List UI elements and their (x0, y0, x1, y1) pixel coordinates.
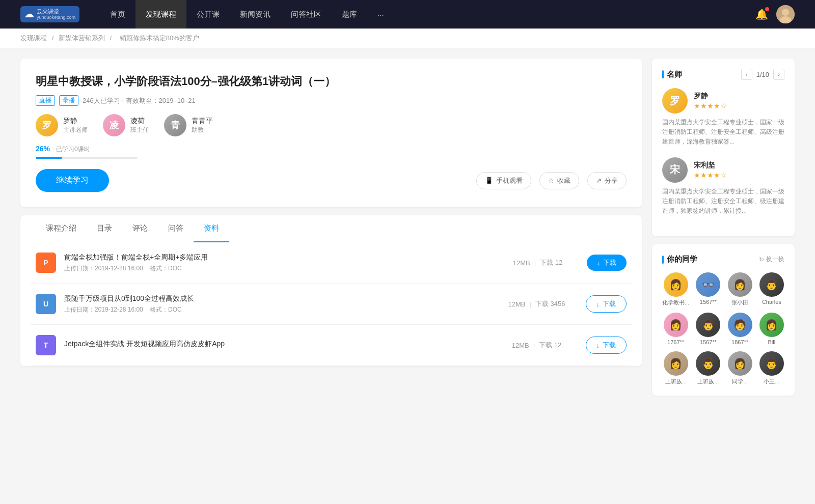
resource-date-2: 上传日期：2019-12-28 16:00 (64, 306, 143, 313)
resource-size-3: 12MB (512, 342, 529, 349)
instructor-3-avatar: 青 (164, 114, 186, 136)
tab-toc[interactable]: 目录 (87, 215, 122, 242)
instructor-2-name: 凌荷 (130, 117, 149, 126)
tab-qa[interactable]: 问答 (158, 215, 194, 242)
progress-bar-fill (36, 157, 62, 159)
classmate-avatar-10: 👨 (696, 351, 720, 376)
teacher-header-1: 罗 罗静 ★★★★☆ (662, 88, 784, 114)
resource-downloads-3: 下载 12 (539, 341, 561, 350)
progress-pct: 26% (36, 145, 50, 153)
nav-discover[interactable]: 发现课程 (135, 0, 186, 29)
teacher-header-2: 宋 宋利坚 ★★★★☆ (662, 157, 784, 183)
share-icon: ↗ (596, 177, 602, 184)
classmate-12: 👨 小王... (759, 351, 784, 385)
refresh-icon: ↻ (759, 256, 764, 263)
breadcrumb-series[interactable]: 新媒体营销系列 (59, 34, 105, 42)
nav-qa[interactable]: 问答社区 (281, 0, 332, 29)
classmates-panel: 你的同学 ↻ 换一换 👩 化学教书... 👓 1567** 👩 (652, 244, 795, 396)
instructor-2-role: 班主任 (130, 126, 149, 134)
teacher-avatar-1: 罗 (662, 88, 688, 114)
resource-title-2: 跟随千万级项目从0到100全过程高效成长 (64, 294, 488, 303)
resource-downloads-1: 下载 12 (540, 258, 562, 267)
resource-icon-t: T (36, 335, 56, 355)
nav-items: 首页 发现课程 公开课 新闻资讯 问答社区 题库 ··· (100, 0, 755, 29)
nav-home[interactable]: 首页 (100, 0, 135, 29)
bell-icon[interactable]: 🔔 (755, 8, 768, 20)
resource-format-2: 格式：DOC (150, 306, 182, 313)
classmate-avatar-5: 👩 (664, 313, 688, 337)
download-button-1[interactable]: ↓ 下载 (587, 255, 627, 271)
tag-live: 直播 (36, 95, 55, 106)
main-content: 明星中教授课，小学阶段语法100分–强化级第1讲动词（一） 直播 录播 246人… (0, 48, 815, 406)
classmate-avatar-4: 👨 (759, 272, 784, 297)
tab-intro[interactable]: 课程介绍 (36, 215, 87, 242)
classmate-avatar-2: 👓 (696, 272, 720, 297)
svg-point-1 (782, 9, 789, 16)
classmate-5: 👩 1767** (662, 313, 689, 345)
resources-list: P 前端全栈加强版！前端全栈+全周期+多端应用 上传日期：2019-12-28 … (20, 242, 642, 366)
download-button-2[interactable]: ↓ 下载 (586, 295, 627, 313)
progress-bar-bg (36, 157, 138, 159)
course-title: 明星中教授课，小学阶段语法100分–强化级第1讲动词（一） (36, 74, 627, 89)
teachers-panel-nav: ‹ 1/10 › (741, 69, 784, 80)
classmate-name-6: 1567** (700, 339, 717, 345)
tabs-card: 课程介绍 目录 评论 问答 资料 P 前端全栈加强版！前端全栈+全周期+多端应用… (20, 215, 642, 366)
phone-view-button[interactable]: 📱 手机观看 (476, 172, 531, 189)
logo[interactable]: ☁ 云朵课堂 yunduoketang.com (20, 6, 79, 22)
classmate-name-4: Charles (762, 299, 781, 305)
logo-sub: yunduoketang.com (37, 15, 75, 20)
classmate-name-7: 1867** (731, 339, 748, 345)
nav-news[interactable]: 新闻资讯 (230, 0, 281, 29)
notification-dot (765, 7, 769, 11)
breadcrumb-discover[interactable]: 发现课程 (20, 34, 47, 42)
classmate-name-2: 1567** (700, 299, 717, 305)
nav-quiz[interactable]: 题库 (332, 0, 367, 29)
breadcrumb-sep2: / (110, 34, 113, 42)
navbar: ☁ 云朵课堂 yunduoketang.com 首页 发现课程 公开课 新闻资讯… (0, 0, 815, 29)
favorite-button[interactable]: ☆ 收藏 (539, 172, 579, 189)
resource-item-2: U 跟随千万级项目从0到100全过程高效成长 上传日期：2019-12-28 1… (31, 284, 632, 325)
classmate-name-10: 上班族... (697, 378, 719, 385)
tab-review[interactable]: 评论 (122, 215, 158, 242)
download-icon-2: ↓ (596, 300, 600, 308)
instructor-1-name: 罗静 (63, 117, 88, 126)
instructor-2: 凌 凌荷 班主任 (103, 114, 149, 136)
breadcrumb-current: 销冠修炼术搞定80%的客户 (120, 34, 199, 42)
classmate-name-8: Bill (768, 339, 776, 345)
course-card: 明星中教授课，小学阶段语法100分–强化级第1讲动词（一） 直播 录播 246人… (20, 59, 642, 207)
resource-item-3: T Jetpack全组件实战 开发短视频应用高仿皮皮虾App 12MB | 下载… (31, 325, 632, 366)
classmate-11: 👩 同学... (727, 351, 752, 385)
classmate-1: 👩 化学教书... (662, 272, 689, 306)
resource-date-1: 上传日期：2019-12-28 16:00 (64, 265, 143, 272)
logo-name: 云朵课堂 (37, 8, 75, 15)
user-avatar[interactable] (776, 5, 795, 23)
classmates-panel-title: 你的同学 (662, 255, 697, 264)
classmate-avatar-7: 🧑 (728, 313, 752, 337)
nav-right: 🔔 (755, 5, 795, 23)
share-button[interactable]: ↗ 分享 (587, 172, 627, 189)
resource-title-3: Jetpack全组件实战 开发短视频应用高仿皮皮虾App (64, 340, 488, 349)
stat-divider: | (534, 259, 536, 267)
left-panel: 明星中教授课，小学阶段语法100分–强化级第1讲动词（一） 直播 录播 246人… (20, 59, 642, 396)
breadcrumb: 发现课程 / 新媒体营销系列 / 销冠修炼术搞定80%的客户 (0, 29, 815, 48)
download-button-3[interactable]: ↓ 下载 (586, 337, 627, 354)
tab-resources[interactable]: 资料 (194, 215, 229, 242)
resource-downloads-2: 下载 3456 (535, 299, 565, 309)
instructor-1-avatar: 罗 (36, 114, 58, 136)
resource-icon-u: U (36, 294, 56, 314)
title-bar-icon (662, 70, 664, 78)
classmate-avatar-3: 👩 (728, 272, 752, 297)
teachers-panel-header: 名师 ‹ 1/10 › (662, 69, 784, 80)
continue-learning-button[interactable]: 继续学习 (36, 169, 109, 192)
progress-section: 26% 已学习0课时 (36, 145, 627, 159)
classmate-name-9: 上班族... (665, 378, 687, 385)
refresh-classmates-button[interactable]: ↻ 换一换 (759, 255, 784, 264)
nav-more[interactable]: ··· (367, 0, 394, 29)
teacher-desc-1: 国内某重点大学安全工程专业硕士，国家一级注册消防工程师、注册安全工程师、高级注册… (662, 118, 784, 147)
teacher-prev-button[interactable]: ‹ (741, 69, 752, 80)
nav-public[interactable]: 公开课 (186, 0, 230, 29)
classmate-avatar-12: 👨 (759, 351, 784, 376)
teacher-next-button[interactable]: › (773, 69, 784, 80)
classmate-avatar-1: 👩 (664, 272, 688, 297)
star-icon: ☆ (548, 177, 554, 184)
